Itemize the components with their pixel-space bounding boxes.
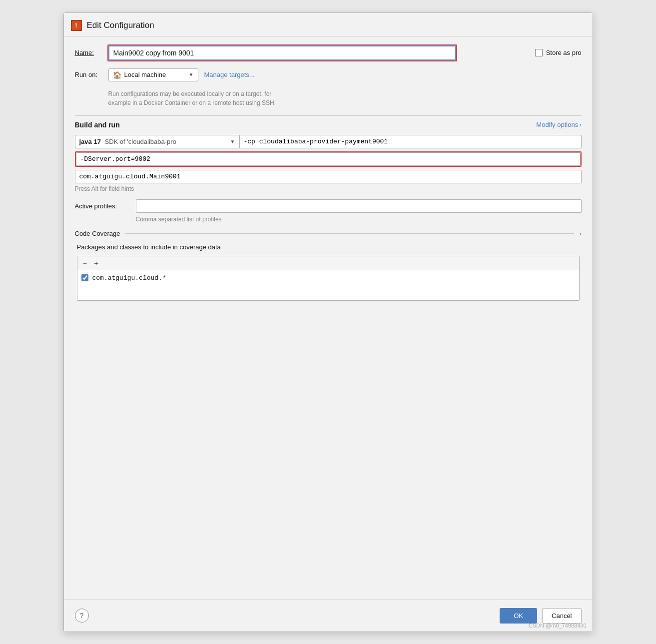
build-run-section-header: Build and run Modify options › <box>75 121 582 129</box>
active-profiles-input[interactable] <box>136 199 582 213</box>
build-run-title: Build and run <box>75 121 120 129</box>
store-as-pro-row: Store as pro <box>535 49 582 56</box>
divider-1 <box>75 115 582 116</box>
ok-button[interactable]: OK <box>500 608 537 624</box>
store-as-pro-label: Store as pro <box>546 49 582 56</box>
java-version-text: java 17 <box>79 138 101 145</box>
csdn-watermark: CSDN @m0_74908430 <box>529 623 587 629</box>
run-on-hint: Run configurations may be executed local… <box>75 86 582 110</box>
dialog-title: Edit Configuration <box>87 20 154 30</box>
code-coverage-divider <box>125 233 575 234</box>
manage-targets-link[interactable]: Manage targets... <box>204 71 255 78</box>
active-profiles-label: Active profiles: <box>75 202 130 210</box>
local-machine-label: Local machine <box>124 71 186 78</box>
add-package-button[interactable]: + <box>92 258 100 268</box>
name-label: Name: <box>75 49 102 56</box>
packages-list: com.atguigu.cloud.* <box>77 270 579 300</box>
run-on-row: Run on: 🏠 Local machine ▼ Manage targets… <box>75 68 582 81</box>
modify-options-link[interactable]: Modify options › <box>536 121 581 128</box>
name-input-red-border <box>107 44 457 61</box>
title-bar: ! Edit Configuration <box>64 13 593 36</box>
profiles-hint: Comma separated list of profiles <box>136 216 582 223</box>
dropdown-arrow-icon: ▼ <box>189 72 194 77</box>
java-cp-row: java 17 SDK of 'cloudalibaba-pro ▼ <box>75 135 582 148</box>
vm-options-red-border <box>75 151 582 167</box>
cancel-button[interactable]: Cancel <box>542 608 581 624</box>
code-coverage-expand-icon[interactable]: › <box>579 230 581 237</box>
run-on-label: Run on: <box>75 71 102 78</box>
packages-table: − + com.atguigu.cloud.* <box>77 256 580 301</box>
modify-options-chevron-icon: › <box>579 121 581 128</box>
edit-configuration-dialog: ! Edit Configuration Name: Store as pro … <box>63 12 593 632</box>
app-icon: ! <box>71 20 82 31</box>
field-hints-text: Press Alt for field hints <box>75 185 582 192</box>
name-input[interactable] <box>108 45 456 60</box>
footer-buttons: OK Cancel <box>500 608 581 624</box>
cp-input[interactable] <box>240 135 582 148</box>
java-sdk-text: SDK of 'cloudalibaba-pro <box>103 138 176 145</box>
help-button[interactable]: ? <box>75 609 89 623</box>
code-coverage-title: Code Coverage <box>75 230 120 237</box>
store-as-pro-checkbox[interactable] <box>535 49 543 56</box>
package-checkbox[interactable] <box>81 274 88 281</box>
main-class-input[interactable] <box>75 170 582 183</box>
active-profiles-row: Active profiles: <box>75 199 582 213</box>
remove-package-button[interactable]: − <box>81 258 89 268</box>
name-row: Name: Store as pro <box>75 44 582 61</box>
house-icon: 🏠 <box>113 71 121 79</box>
code-coverage-header: Code Coverage › <box>75 230 582 237</box>
package-text: com.atguigu.cloud.* <box>92 274 166 282</box>
packages-toolbar: − + <box>77 256 579 270</box>
java-version-dropdown[interactable]: java 17 SDK of 'cloudalibaba-pro ▼ <box>75 135 240 148</box>
dialog-body: Name: Store as pro Run on: 🏠 Local machi… <box>64 36 593 600</box>
dialog-footer: ? OK Cancel <box>64 600 593 632</box>
packages-label: Packages and classes to include in cover… <box>77 243 582 251</box>
code-coverage-section: Code Coverage › Packages and classes to … <box>75 230 582 301</box>
vm-options-input[interactable] <box>76 152 581 166</box>
list-item: com.atguigu.cloud.* <box>81 273 575 283</box>
java-dropdown-arrow-icon: ▼ <box>230 139 235 144</box>
run-on-dropdown[interactable]: 🏠 Local machine ▼ <box>108 68 198 81</box>
